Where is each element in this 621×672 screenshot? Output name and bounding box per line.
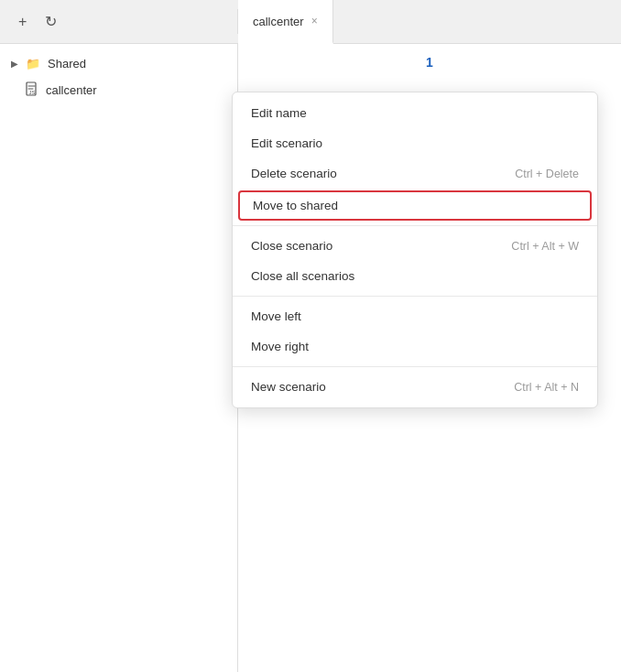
shortcut-delete-scenario: Ctrl + Delete	[515, 168, 579, 180]
menu-item-new-scenario[interactable]: New scenario Ctrl + Alt + N	[233, 372, 597, 402]
top-bar: + ↻ callcenter ×	[0, 0, 621, 44]
add-button[interactable]: +	[15, 10, 30, 34]
context-menu: Edit name Edit scenario Delete scenario …	[232, 92, 598, 408]
menu-item-move-to-shared[interactable]: Move to shared	[238, 190, 592, 221]
svg-text:JS: JS	[28, 90, 35, 95]
menu-label-move-to-shared: Move to shared	[253, 199, 338, 212]
file-icon: JS	[26, 81, 38, 99]
sidebar-label-callcenter: callcenter	[46, 83, 97, 97]
tab-close-icon[interactable]: ×	[311, 15, 318, 27]
divider-1	[233, 225, 597, 226]
menu-item-delete-scenario[interactable]: Delete scenario Ctrl + Delete	[233, 158, 597, 189]
callcenter-tab[interactable]: callcenter ×	[238, 0, 333, 44]
shortcut-close-scenario: Ctrl + Alt + W	[511, 240, 579, 253]
divider-2	[233, 296, 597, 297]
menu-item-close-scenario[interactable]: Close scenario Ctrl + Alt + W	[233, 231, 597, 261]
sidebar-item-shared[interactable]: ▶ 📁 Shared	[0, 51, 237, 76]
expand-arrow-icon: ▶	[11, 59, 18, 69]
page-number: 1	[249, 55, 610, 70]
sidebar: ▶ 📁 Shared JS callcenter	[0, 44, 238, 672]
menu-label-new-scenario: New scenario	[251, 380, 326, 394]
tab-area: callcenter ×	[238, 0, 621, 43]
menu-item-edit-name[interactable]: Edit name	[233, 98, 597, 128]
sidebar-item-callcenter[interactable]: JS callcenter	[0, 76, 237, 104]
top-bar-left: + ↻	[0, 9, 238, 34]
menu-label-move-left: Move left	[251, 309, 301, 323]
refresh-button[interactable]: ↻	[41, 9, 60, 34]
menu-item-close-all-scenarios[interactable]: Close all scenarios	[233, 261, 597, 291]
shortcut-new-scenario: Ctrl + Alt + N	[514, 381, 579, 394]
menu-item-move-right[interactable]: Move right	[233, 331, 597, 362]
sidebar-label-shared: Shared	[48, 57, 86, 70]
menu-label-close-scenario: Close scenario	[251, 239, 332, 253]
menu-item-move-left[interactable]: Move left	[233, 301, 597, 331]
menu-item-edit-scenario[interactable]: Edit scenario	[233, 128, 597, 158]
menu-label-move-right: Move right	[251, 340, 309, 353]
menu-label-edit-scenario: Edit scenario	[251, 136, 322, 150]
menu-label-close-all-scenarios: Close all scenarios	[251, 269, 354, 283]
folder-icon: 📁	[26, 57, 40, 70]
tab-label: callcenter	[253, 15, 304, 28]
menu-label-edit-name: Edit name	[251, 106, 307, 120]
menu-label-delete-scenario: Delete scenario	[251, 167, 337, 180]
divider-3	[233, 366, 597, 367]
